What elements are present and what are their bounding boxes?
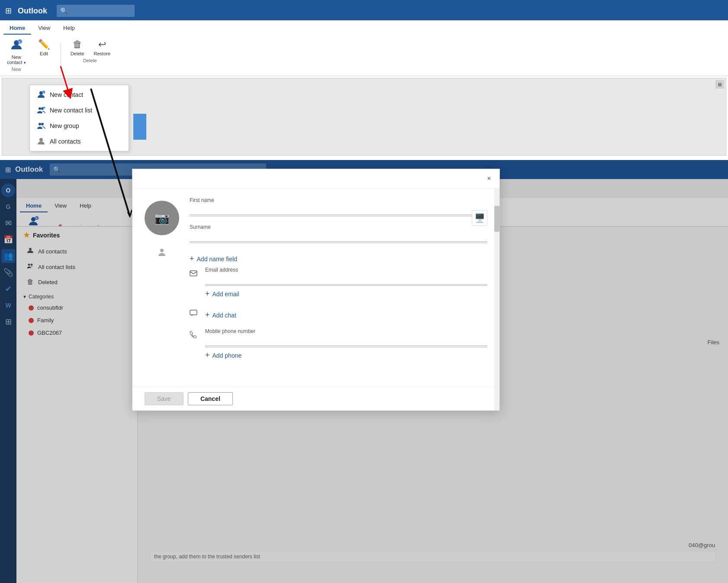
svg-rect-21 — [190, 310, 197, 315]
scrollbar-track[interactable] — [494, 189, 499, 410]
new-contact-label: Newcontact ▾ — [7, 54, 26, 65]
dialog-body: 📷 First name Surname — [132, 189, 499, 387]
add-phone-plus-icon: + — [205, 351, 210, 360]
chat-content: + Add chat — [205, 307, 487, 323]
new-contact-dialog: × 🖥️ 📷 First na — [132, 169, 500, 411]
dialog-footer: Save Cancel — [132, 387, 499, 410]
svg-point-6 — [39, 107, 41, 110]
email-label: Email address — [205, 267, 487, 273]
scrollbar-thumb[interactable] — [494, 206, 499, 232]
dialog-left-icons: 📷 — [145, 197, 179, 378]
svg-point-19 — [160, 249, 164, 252]
new-contact-button[interactable]: + Newcontact ▾ — [3, 37, 29, 67]
add-chat-plus-icon: + — [205, 311, 210, 320]
dropdown-new-contact-list-label: New contact list — [50, 107, 92, 114]
titlebar: ⊞ Outlook 🔍 — [0, 1, 728, 20]
add-name-field-button[interactable]: + Add name field — [190, 254, 487, 263]
add-chat-label: Add chat — [213, 312, 236, 319]
phone-input[interactable] — [205, 335, 487, 346]
restore-button[interactable]: ↩ Restore — [90, 37, 114, 58]
ribbon-buttons: + Newcontact ▾ New ✏️ Edit 🗑 Delete — [0, 35, 728, 76]
add-chat-button[interactable]: + Add chat — [205, 311, 487, 320]
edit-icon: ✏️ — [38, 39, 50, 50]
add-email-label: Add email — [213, 291, 239, 298]
dialog-close-button[interactable]: × — [483, 173, 495, 185]
dialog-header: × — [132, 169, 499, 189]
cancel-button[interactable]: Cancel — [188, 392, 233, 405]
phone-content: Mobile phone number + Add phone — [205, 328, 487, 363]
template-button[interactable]: 🖥️ — [472, 210, 487, 226]
email-input[interactable] — [205, 274, 487, 285]
dropdown-new-group-label: New group — [50, 122, 79, 129]
dropdown-new-contact-list-icon: + — [37, 106, 45, 115]
restore-label: Restore — [94, 51, 111, 56]
surname-input[interactable] — [190, 231, 487, 242]
tab-help[interactable]: Help — [57, 22, 81, 35]
camera-icon: 📷 — [155, 211, 170, 225]
svg-text:+: + — [43, 91, 45, 94]
search-icon: 🔍 — [60, 7, 68, 14]
ribbon-tabs: Home View Help — [0, 20, 728, 35]
dropdown-new-contact-icon: + — [37, 90, 45, 99]
restore-icon: ↩ — [98, 39, 106, 50]
waffle-icon[interactable]: ⊞ — [5, 6, 12, 16]
app-title: Outlook — [18, 6, 47, 16]
add-phone-button[interactable]: + Add phone — [205, 351, 487, 360]
first-name-group: First name — [190, 197, 487, 216]
svg-text:+: + — [43, 107, 45, 109]
svg-point-12 — [39, 138, 43, 141]
surname-label: Surname — [190, 224, 487, 230]
avatar-upload[interactable]: 📷 — [145, 201, 179, 235]
dialog-fields: First name Surname + Add name field — [190, 197, 487, 378]
email-section: Email address + Add email — [190, 267, 487, 302]
delete-group-label: Delete — [83, 58, 97, 64]
template-icon: 🖥️ — [474, 213, 485, 223]
tab-home[interactable]: Home — [3, 22, 31, 35]
dropdown-all-contacts-icon — [37, 137, 45, 146]
chat-icon — [190, 310, 198, 319]
svg-point-11 — [41, 123, 44, 125]
svg-point-10 — [39, 123, 41, 125]
dropdown-new-group-icon — [37, 122, 45, 130]
first-name-label: First name — [190, 197, 487, 203]
add-name-field-label: Add name field — [197, 256, 237, 263]
search-box[interactable]: 🔍 — [57, 5, 135, 17]
person-icon — [157, 247, 167, 259]
add-email-plus-icon: + — [205, 289, 210, 298]
new-group-label: New — [12, 67, 21, 73]
phone-label: Mobile phone number — [205, 328, 487, 334]
tab-view[interactable]: View — [32, 22, 56, 35]
delete-button[interactable]: 🗑 Delete — [66, 37, 89, 58]
chat-section: + Add chat — [190, 307, 487, 323]
new-contact-icon: + — [10, 39, 23, 54]
delete-label: Delete — [71, 51, 84, 56]
ribbon: Home View Help + Newcontact ▾ New ✏️ Edi… — [0, 20, 728, 76]
add-email-button[interactable]: + Add email — [205, 289, 487, 298]
add-phone-label: Add phone — [213, 352, 242, 359]
save-button[interactable]: Save — [145, 392, 184, 405]
surname-group: Surname — [190, 224, 487, 243]
email-icon — [190, 269, 198, 279]
svg-text:+: + — [18, 40, 20, 44]
edit-button[interactable]: ✏️ Edit — [33, 37, 55, 58]
email-content: Email address + Add email — [205, 267, 487, 302]
arrow1 — [52, 64, 78, 99]
phone-section: Mobile phone number + Add phone — [190, 328, 487, 363]
phone-icon — [190, 331, 198, 341]
delete-icon: 🗑 — [73, 39, 82, 50]
add-name-plus-icon: + — [190, 254, 194, 263]
close-icon: × — [487, 175, 491, 183]
svg-rect-20 — [190, 271, 197, 276]
dropdown-all-contacts-label: All contacts — [50, 138, 81, 145]
first-name-input[interactable] — [190, 204, 487, 215]
edit-label: Edit — [40, 51, 48, 56]
